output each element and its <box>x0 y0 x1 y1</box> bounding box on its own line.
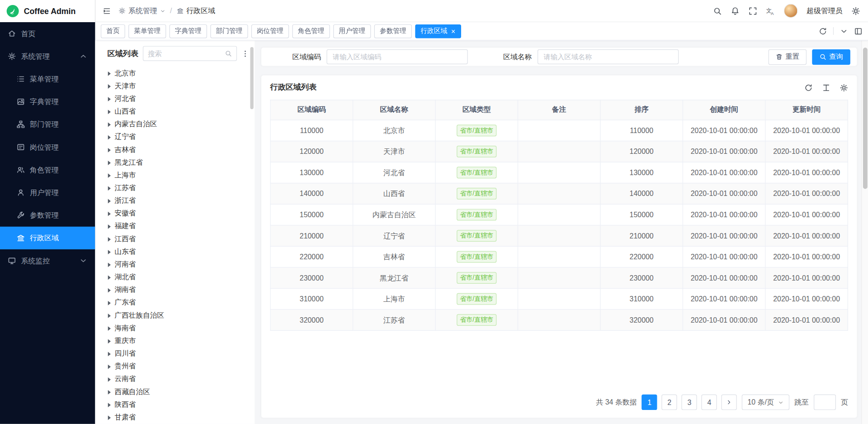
tree-item[interactable]: 广西壮族自治区 <box>95 309 255 322</box>
caret-right-icon[interactable] <box>108 403 111 407</box>
tree-item[interactable]: 陕西省 <box>95 398 255 411</box>
sidebar-item[interactable]: 首页 <box>0 22 95 45</box>
tree-item[interactable]: 河南省 <box>95 258 255 271</box>
region-name-input[interactable] <box>538 49 679 64</box>
tree-item[interactable]: 河北省 <box>95 92 255 105</box>
tab-item[interactable]: 部门管理 <box>210 24 248 38</box>
sidebar-item[interactable]: 用户管理 <box>0 181 95 204</box>
table-row[interactable]: 210000辽宁省省市/直辖市2100002020-10-01 00:00:00… <box>270 225 848 247</box>
caret-right-icon[interactable] <box>108 122 111 127</box>
breadcrumb-level1[interactable]: 系统管理 <box>128 6 157 16</box>
user-avatar[interactable] <box>784 4 798 18</box>
tree-item[interactable]: 山西省 <box>95 105 255 118</box>
sidebar-item[interactable]: 部门管理 <box>0 113 95 136</box>
tree-item[interactable]: 吉林省 <box>95 143 255 156</box>
caret-right-icon[interactable] <box>108 313 111 318</box>
tab-item[interactable]: 角色管理 <box>292 24 330 38</box>
tree-item[interactable]: 福建省 <box>95 220 255 233</box>
sidebar-item[interactable]: 行政区域 <box>0 227 95 249</box>
caret-right-icon[interactable] <box>108 262 111 267</box>
region-code-input[interactable] <box>326 49 467 64</box>
search-icon[interactable] <box>713 6 722 15</box>
row-density-icon[interactable] <box>822 83 830 91</box>
page-button[interactable]: 1 <box>642 395 657 410</box>
tree-item[interactable]: 内蒙古自治区 <box>95 118 255 131</box>
search-button[interactable]: 查询 <box>812 49 850 64</box>
sidebar-item[interactable]: 参数管理 <box>0 204 95 227</box>
next-page-button[interactable] <box>722 395 737 410</box>
tab-item[interactable]: 菜单管理 <box>128 24 166 38</box>
caret-right-icon[interactable] <box>108 288 111 292</box>
caret-right-icon[interactable] <box>108 415 111 420</box>
tree-item[interactable]: 浙江省 <box>95 195 255 207</box>
sidebar-item[interactable]: 菜单管理 <box>0 67 95 90</box>
caret-right-icon[interactable] <box>108 326 111 331</box>
caret-right-icon[interactable] <box>108 71 111 76</box>
caret-right-icon[interactable] <box>108 390 111 394</box>
tree-item[interactable]: 江苏省 <box>95 182 255 195</box>
column-settings-icon[interactable] <box>840 83 848 91</box>
tab-item[interactable]: 岗位管理 <box>251 24 289 38</box>
sidebar-item[interactable]: 岗位管理 <box>0 136 95 158</box>
caret-right-icon[interactable] <box>108 237 111 241</box>
page-jump-input[interactable] <box>814 395 836 410</box>
table-row[interactable]: 120000天津市省市/直辖市1200002020-10-01 00:00:00… <box>270 141 848 162</box>
table-row[interactable]: 150000内蒙古自治区省市/直辖市1500002020-10-01 00:00… <box>270 204 848 225</box>
tab-item[interactable]: 参数管理 <box>374 24 412 38</box>
table-row[interactable]: 320000江苏省省市/直辖市3200002020-10-01 00:00:00… <box>270 310 848 331</box>
caret-right-icon[interactable] <box>108 364 111 369</box>
sidebar-item[interactable]: 系统管理 <box>0 45 95 67</box>
table-row[interactable]: 220000吉林省省市/直辖市2200002020-10-01 00:00:00… <box>270 246 848 267</box>
chevron-down-icon[interactable] <box>160 8 165 14</box>
username[interactable]: 超级管理员 <box>807 6 843 16</box>
tree-item[interactable]: 云南省 <box>95 373 255 386</box>
tree-item[interactable]: 西藏自治区 <box>95 386 255 398</box>
sidebar-collapse-icon[interactable] <box>103 7 111 14</box>
page-button[interactable]: 2 <box>662 395 677 410</box>
translate-icon[interactable]: 文A <box>766 6 775 15</box>
tree-item[interactable]: 辽宁省 <box>95 131 255 143</box>
table-row[interactable]: 230000黑龙江省省市/直辖市2300002020-10-01 00:00:0… <box>270 267 848 289</box>
page-button[interactable]: 3 <box>682 395 697 410</box>
table-row[interactable]: 140000山西省省市/直辖市1400002020-10-01 00:00:00… <box>270 183 848 205</box>
layout-toggle-icon[interactable] <box>854 27 862 35</box>
caret-right-icon[interactable] <box>108 275 111 280</box>
tab-item[interactable]: 首页 <box>101 24 125 38</box>
caret-right-icon[interactable] <box>108 300 111 305</box>
caret-right-icon[interactable] <box>108 97 111 101</box>
caret-right-icon[interactable] <box>108 186 111 191</box>
notification-bell-icon[interactable] <box>731 6 740 15</box>
refresh-tab-icon[interactable] <box>819 27 827 35</box>
table-row[interactable]: 110000北京市省市/直辖市1100002020-10-01 00:00:00… <box>270 120 848 141</box>
tree-item[interactable]: 北京市 <box>95 67 255 80</box>
caret-right-icon[interactable] <box>108 211 111 216</box>
caret-right-icon[interactable] <box>108 250 111 254</box>
page-button[interactable]: 4 <box>702 395 717 410</box>
reset-button[interactable]: 重置 <box>769 49 807 64</box>
tree-item[interactable]: 安徽省 <box>95 207 255 220</box>
tab-item[interactable]: 用户管理 <box>333 24 371 38</box>
tree-item[interactable]: 江西省 <box>95 233 255 245</box>
tab-options-chevron-icon[interactable] <box>840 27 848 35</box>
caret-right-icon[interactable] <box>108 224 111 229</box>
page-size-select[interactable]: 10 条/页 <box>742 395 789 410</box>
tree-item[interactable]: 甘肃省 <box>95 411 255 424</box>
caret-right-icon[interactable] <box>108 110 111 114</box>
tab-item[interactable]: 行政区域× <box>415 24 461 38</box>
caret-right-icon[interactable] <box>108 173 111 178</box>
table-row[interactable]: 130000河北省省市/直辖市1300002020-10-01 00:00:00… <box>270 162 848 183</box>
tree-item[interactable]: 上海市 <box>95 169 255 181</box>
search-icon[interactable] <box>225 50 232 57</box>
tab-close-icon[interactable]: × <box>451 28 456 35</box>
caret-right-icon[interactable] <box>108 377 111 381</box>
more-options-icon[interactable] <box>241 49 249 58</box>
fullscreen-icon[interactable] <box>749 6 758 15</box>
sidebar-item[interactable]: 角色管理 <box>0 158 95 181</box>
sidebar-item[interactable]: 系统监控 <box>0 249 95 272</box>
tree-item[interactable]: 山东省 <box>95 245 255 258</box>
tree-item[interactable]: 黑龙江省 <box>95 156 255 169</box>
tree-item[interactable]: 贵州省 <box>95 360 255 373</box>
refresh-table-icon[interactable] <box>804 83 812 91</box>
window-scrollbar-thumb[interactable] <box>863 48 868 189</box>
tree-item[interactable]: 广东省 <box>95 296 255 309</box>
